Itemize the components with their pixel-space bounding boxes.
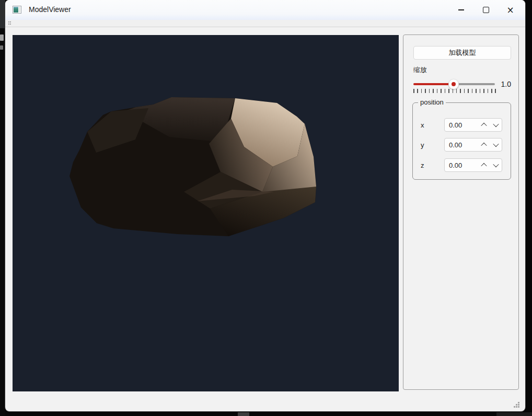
chevron-up-icon — [481, 123, 487, 129]
position-group-title: position — [418, 98, 446, 106]
z-decrement-button[interactable] — [490, 159, 502, 171]
x-decrement-button[interactable] — [490, 119, 502, 131]
x-increment-button[interactable] — [478, 119, 490, 131]
minimize-button[interactable] — [449, 0, 473, 20]
scale-slider[interactable] — [413, 79, 495, 89]
z-increment-button[interactable] — [478, 159, 490, 171]
chevron-down-icon — [493, 121, 499, 127]
position-y-input[interactable] — [445, 141, 478, 149]
position-row-z: z — [421, 158, 504, 172]
maximize-button[interactable] — [473, 0, 498, 20]
x-label: x — [421, 121, 430, 129]
taskbar-fragment — [496, 412, 532, 416]
slider-handle[interactable] — [448, 79, 459, 89]
slider-track-filled — [413, 83, 454, 85]
scale-value: 1.0 — [501, 80, 511, 88]
window-title: ModelViewer — [29, 5, 71, 14]
close-button[interactable]: × — [498, 0, 523, 20]
close-icon: × — [506, 6, 514, 15]
app-icon — [13, 6, 21, 14]
background-text-fragment — [0, 34, 4, 41]
position-z-spinbox — [444, 158, 502, 172]
slider-ticks — [413, 89, 496, 93]
position-row-x: x — [421, 118, 504, 132]
toolbar-grip-icon[interactable] — [8, 21, 9, 22]
y-increment-button[interactable] — [478, 138, 490, 151]
chevron-down-icon — [493, 161, 499, 167]
background-window-titlebar — [0, 0, 5, 28]
z-label: z — [421, 161, 430, 169]
scale-label: 缩放 — [413, 65, 427, 75]
position-row-y: y — [421, 138, 504, 152]
titlebar[interactable]: ModelViewer × — [5, 0, 525, 20]
window-controls: × — [449, 0, 523, 20]
control-panel: 加载模型 缩放 1.0 position x — [403, 34, 519, 390]
y-decrement-button[interactable] — [490, 138, 502, 151]
position-y-spinbox — [444, 138, 502, 152]
resize-grip-icon[interactable] — [514, 402, 520, 408]
background-text-fragment — [0, 45, 3, 50]
chevron-up-icon — [481, 163, 487, 169]
y-label: y — [421, 141, 430, 149]
minimize-icon — [458, 9, 464, 10]
slider-track-empty — [454, 83, 495, 85]
maximize-icon — [483, 7, 489, 13]
chevron-up-icon — [481, 143, 487, 148]
toolbar — [5, 20, 525, 27]
viewport-3d[interactable] — [13, 35, 399, 391]
modelviewer-window: ModelViewer × — [5, 0, 525, 411]
desktop: ModelViewer × — [0, 0, 532, 416]
position-x-input[interactable] — [445, 121, 478, 129]
chevron-down-icon — [493, 141, 499, 147]
position-x-spinbox — [444, 118, 502, 132]
position-groupbox: position x y — [412, 102, 511, 180]
taskbar-fragment — [238, 412, 249, 416]
position-z-input[interactable] — [445, 161, 478, 169]
background-window-strip — [0, 0, 5, 416]
model-rock — [13, 35, 399, 391]
load-model-button[interactable]: 加载模型 — [413, 46, 511, 60]
